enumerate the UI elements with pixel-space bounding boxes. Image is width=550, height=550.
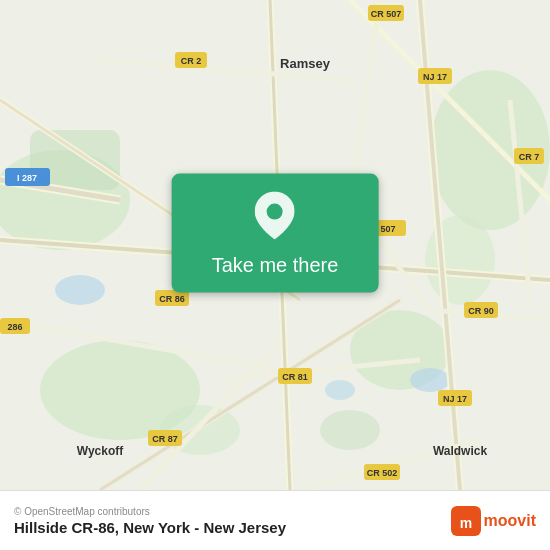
svg-text:507: 507	[380, 224, 395, 234]
bottom-left-info: © OpenStreetMap contributors Hillside CR…	[14, 506, 286, 536]
svg-text:Ramsey: Ramsey	[280, 56, 331, 71]
button-overlay: Take me there	[172, 174, 379, 293]
svg-point-9	[55, 275, 105, 305]
svg-text:CR 507: CR 507	[371, 9, 402, 19]
location-title: Hillside CR-86, New York - New Jersey	[14, 519, 286, 536]
map-container: I 287 CR 2 CR 86 286 CR 87 CR 81 NJ 17 N…	[0, 0, 550, 490]
take-me-there-label: Take me there	[212, 254, 339, 277]
moovit-logo-icon: m	[451, 506, 481, 536]
svg-text:I 287: I 287	[17, 173, 37, 183]
svg-text:Wyckoff: Wyckoff	[77, 444, 124, 458]
moovit-logo: m moovit	[451, 506, 536, 536]
svg-text:CR 7: CR 7	[519, 152, 540, 162]
svg-text:CR 502: CR 502	[367, 468, 398, 478]
svg-text:CR 81: CR 81	[282, 372, 308, 382]
svg-point-8	[320, 410, 380, 450]
svg-text:CR 90: CR 90	[468, 306, 494, 316]
svg-text:286: 286	[7, 322, 22, 332]
svg-text:Waldwick: Waldwick	[433, 444, 488, 458]
svg-text:CR 2: CR 2	[181, 56, 202, 66]
svg-text:NJ 17: NJ 17	[423, 72, 447, 82]
bottom-bar: © OpenStreetMap contributors Hillside CR…	[0, 490, 550, 550]
svg-point-11	[325, 380, 355, 400]
svg-text:CR 87: CR 87	[152, 434, 178, 444]
svg-point-63	[267, 204, 283, 220]
take-me-there-button[interactable]: Take me there	[172, 174, 379, 293]
moovit-brand-name: moovit	[484, 512, 536, 530]
svg-text:NJ 17: NJ 17	[443, 394, 467, 404]
svg-point-10	[410, 368, 450, 392]
svg-text:CR 86: CR 86	[159, 294, 185, 304]
location-pin-icon	[255, 192, 295, 244]
svg-text:m: m	[459, 515, 471, 531]
map-attribution: © OpenStreetMap contributors	[14, 506, 286, 517]
